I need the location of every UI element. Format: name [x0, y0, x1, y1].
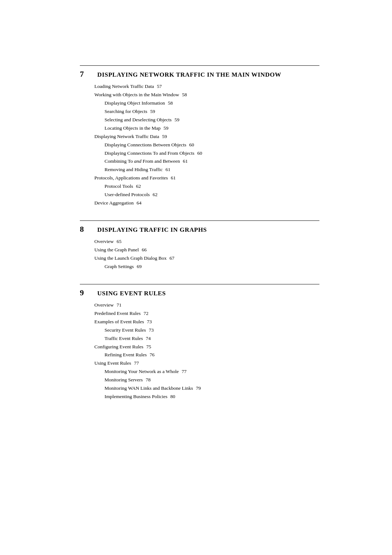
toc-entry: Working with Objects in the Main Window5…: [94, 91, 319, 99]
entry-text: Predefined Event Rules: [94, 309, 140, 318]
toc-entry: Removing and Hiding Traffic61: [94, 166, 319, 174]
toc-entry: Displaying Connections To and From Objec…: [94, 149, 319, 158]
toc-entry: Predefined Event Rules72: [94, 309, 319, 318]
entry-text: Device Aggregation: [94, 199, 134, 207]
entry-page: 59: [162, 133, 167, 141]
entry-page: 76: [150, 351, 155, 359]
entry-text: Displaying Object Information: [105, 99, 165, 108]
entry-text: Monitoring Your Network as a Whole: [105, 368, 179, 376]
entry-text: Monitoring Servers: [105, 376, 143, 384]
entry-page: 72: [143, 309, 148, 318]
toc-entry: Combining To and From and Between61: [94, 157, 319, 166]
entry-page: 58: [182, 91, 187, 99]
toc-entry: Security Event Rules73: [94, 326, 319, 335]
entry-page: 64: [136, 199, 142, 207]
toc-entry: Device Aggregation64: [94, 199, 319, 207]
entry-page: 78: [146, 376, 151, 384]
entry-text: Using Event Rules: [94, 359, 131, 368]
toc-entry: Refining Event Rules76: [94, 351, 319, 359]
toc-entry: Searching for Objects59: [94, 108, 319, 116]
chapter-header: 8Displaying Traffic in Graphs: [80, 220, 319, 234]
entry-text: Combining To and From and Between: [105, 157, 180, 166]
entry-text: Security Event Rules: [105, 326, 146, 335]
chapter-section: 7Displaying Network Traffic in the Main …: [80, 65, 319, 207]
toc-entry: Monitoring Servers78: [94, 376, 319, 384]
entry-page: 77: [134, 359, 139, 368]
toc-entry: Configuring Event Rules75: [94, 343, 319, 351]
entry-page: 65: [117, 238, 122, 246]
toc-entry: Examples of Event Rules73: [94, 318, 319, 326]
entry-text: Implementing Business Policies: [105, 393, 167, 401]
entry-text: User-defined Protocols: [105, 191, 150, 199]
chapter-number: 9: [80, 288, 91, 297]
toc-entries: Overview65Using the Graph Panel66Using t…: [80, 238, 319, 271]
toc-entry: Displaying Network Traffic Data59: [94, 133, 319, 141]
entry-text: Working with Objects in the Main Window: [94, 91, 179, 99]
chapter-header: 7Displaying Network Traffic in the Main …: [80, 65, 319, 79]
entry-page: 73: [149, 326, 154, 335]
toc-entry: Loading Network Traffic Data57: [94, 82, 319, 91]
chapter-title: Displaying Network Traffic in the Main W…: [97, 71, 281, 78]
toc-entry: Overview71: [94, 301, 319, 309]
entry-text: Displaying Connections To and From Objec…: [105, 149, 194, 158]
toc-entry: Protocols, Applications and Favorites61: [94, 174, 319, 182]
entry-text: Protocols, Applications and Favorites: [94, 174, 168, 182]
entry-page: 59: [150, 108, 155, 116]
chapter-number: 8: [80, 224, 91, 234]
entry-text: Loading Network Traffic Data: [94, 82, 154, 91]
entry-text: Protocol Tools: [105, 182, 133, 191]
page: 7Displaying Network Traffic in the Main …: [0, 0, 392, 555]
chapter-title: Using Event Rules: [97, 290, 166, 297]
chapter-title: Displaying Traffic in Graphs: [97, 226, 207, 234]
entry-text: Graph Settings: [105, 263, 134, 271]
entry-page: 75: [146, 343, 151, 351]
entry-page: 67: [170, 254, 175, 263]
entry-text: Using the Graph Panel: [94, 246, 139, 254]
toc-entries: Overview71Predefined Event Rules72Exampl…: [80, 301, 319, 401]
entry-text: Searching for Objects: [105, 108, 147, 116]
entry-text: Displaying Connections Between Objects: [105, 141, 186, 149]
toc-entry: Protocol Tools62: [94, 182, 319, 191]
chapter-section: 9Using Event RulesOverview71Predefined E…: [80, 284, 319, 401]
entry-text: Using the Launch Graph Dialog Box: [94, 254, 167, 263]
entry-text: Examples of Event Rules: [94, 318, 144, 326]
toc-entry: Using the Graph Panel66: [94, 246, 319, 254]
entry-text: Monitoring WAN Links and Backbone Links: [105, 384, 193, 393]
entry-page: 59: [163, 124, 168, 133]
entry-text: Locating Objects in the Map: [105, 124, 160, 133]
entry-text: Traffic Event Rules: [105, 335, 143, 343]
entry-page: 62: [153, 191, 158, 199]
entry-page: 61: [183, 157, 188, 166]
entry-page: 61: [171, 174, 176, 182]
entry-page: 71: [117, 301, 122, 309]
entry-page: 61: [166, 166, 171, 174]
toc-entry: Implementing Business Policies80: [94, 393, 319, 401]
entry-text: Overview: [94, 238, 114, 246]
toc-entry: Using the Launch Graph Dialog Box67: [94, 254, 319, 263]
entry-text: Removing and Hiding Traffic: [105, 166, 163, 174]
entry-page: 79: [196, 384, 201, 393]
chapter-section: 8Displaying Traffic in GraphsOverview65U…: [80, 220, 319, 271]
toc-entry: Overview65: [94, 238, 319, 246]
toc-entry: Displaying Object Information58: [94, 99, 319, 108]
entry-page: 73: [147, 318, 152, 326]
toc-entry: Using Event Rules77: [94, 359, 319, 368]
toc-entry: Monitoring WAN Links and Backbone Links7…: [94, 384, 319, 393]
entry-page: 74: [146, 335, 151, 343]
chapter-header: 9Using Event Rules: [80, 284, 319, 297]
chapter-number: 7: [80, 69, 91, 79]
entry-text: Overview: [94, 301, 114, 309]
entry-page: 60: [197, 149, 202, 158]
entry-page: 59: [175, 116, 180, 124]
entry-text: Refining Event Rules: [105, 351, 147, 359]
entry-page: 66: [142, 246, 147, 254]
toc-entry: Graph Settings69: [94, 263, 319, 271]
entry-text: Configuring Event Rules: [94, 343, 143, 351]
entry-page: 62: [136, 182, 141, 191]
toc-entries: Loading Network Traffic Data57Working wi…: [80, 82, 319, 207]
italic-and: and: [134, 158, 141, 164]
toc-entry: Traffic Event Rules74: [94, 335, 319, 343]
entry-page: 57: [157, 82, 162, 91]
toc-entry: Displaying Connections Between Objects60: [94, 141, 319, 149]
toc-entry: Selecting and Deselecting Objects59: [94, 116, 319, 124]
